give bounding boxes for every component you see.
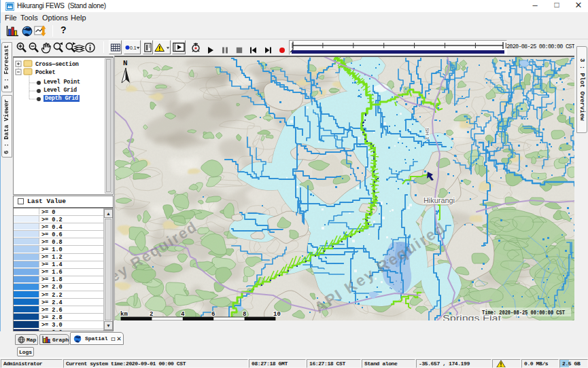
svg-text:Time: 2020-08-25 00:00:00 CST: Time: 2020-08-25 00:00:00 CST bbox=[482, 310, 565, 316]
svg-text:2: 2 bbox=[150, 311, 153, 318]
svg-text:SH 1: SH 1 bbox=[424, 128, 430, 140]
svg-text:6: 6 bbox=[211, 311, 215, 318]
svg-text:N: N bbox=[123, 59, 128, 67]
svg-text:0.1: 0.1 bbox=[130, 45, 137, 50]
svg-text:4: 4 bbox=[181, 311, 185, 318]
svg-text:km: km bbox=[120, 311, 128, 318]
svg-text:8: 8 bbox=[243, 311, 246, 318]
svg-text:Hikurangi: Hikurangi bbox=[423, 196, 455, 204]
svg-text:10: 10 bbox=[273, 311, 281, 318]
